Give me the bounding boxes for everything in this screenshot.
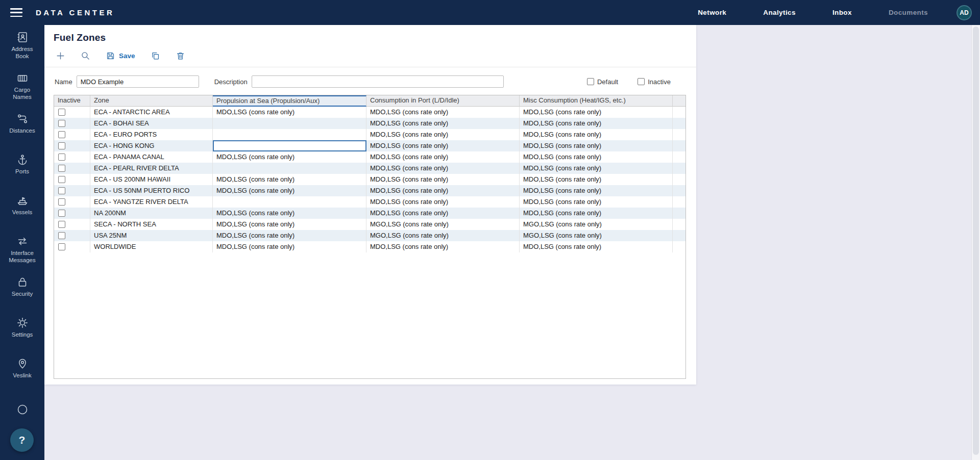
sidebar-item-more[interactable]: [0, 403, 44, 422]
cell-misc-consumption[interactable]: MDO,LSG (cons rate only): [520, 129, 673, 140]
default-checkbox[interactable]: [587, 78, 594, 85]
row-inactive-checkbox[interactable]: [58, 232, 65, 239]
cell-propulsion-at-sea[interactable]: MDO,LSG (cons rate only): [213, 230, 366, 241]
cell-zone[interactable]: ECA - BOHAI SEA: [90, 118, 213, 129]
description-input[interactable]: [252, 75, 504, 88]
cell-misc-consumption[interactable]: MDO,LSG (cons rate only): [520, 185, 673, 196]
hamburger-menu-button[interactable]: [10, 8, 22, 17]
cell-zone[interactable]: ECA - HONG KONG: [90, 140, 213, 151]
scrollbar-track[interactable]: [971, 25, 980, 460]
row-inactive-checkbox[interactable]: [58, 176, 65, 183]
cell-consumption-in-port[interactable]: MDO,LSG (cons rate only): [366, 118, 520, 129]
cell-misc-consumption[interactable]: MDO,LSG (cons rate only): [520, 118, 673, 129]
cell-consumption-in-port[interactable]: MGO,LSG (cons rate only): [366, 230, 520, 241]
column-header-inactive[interactable]: Inactive: [54, 95, 90, 107]
cell-propulsion-at-sea[interactable]: MDO,LSG (cons rate only): [213, 208, 366, 219]
sidebar-item-distances[interactable]: Distances: [0, 107, 44, 147]
cell-propulsion-at-sea[interactable]: [213, 129, 366, 140]
cell-zone[interactable]: ECA - EURO PORTS: [90, 129, 213, 140]
cell-misc-consumption[interactable]: MDO,LSG (cons rate only): [520, 241, 673, 252]
cell-zone[interactable]: NA 200NM: [90, 208, 213, 219]
row-inactive-checkbox[interactable]: [58, 165, 65, 172]
avatar[interactable]: AD: [957, 5, 972, 20]
cell-consumption-in-port[interactable]: MDO,LSG (cons rate only): [366, 241, 520, 252]
cell-zone[interactable]: ECA - YANGTZE RIVER DELTA: [90, 196, 213, 208]
row-inactive-checkbox[interactable]: [58, 142, 65, 149]
cell-zone[interactable]: ECA - PANAMA CANAL: [90, 151, 213, 163]
cell-misc-consumption[interactable]: MGO,LSG (cons rate only): [520, 230, 673, 241]
row-inactive-checkbox[interactable]: [58, 154, 65, 161]
cell-zone[interactable]: SECA - NORTH SEA: [90, 219, 213, 230]
save-button[interactable]: Save: [101, 48, 140, 63]
cell-misc-consumption[interactable]: MDO,LSG (cons rate only): [520, 208, 673, 219]
row-inactive-checkbox[interactable]: [58, 109, 65, 116]
nav-item-analytics[interactable]: Analytics: [763, 9, 796, 16]
cell-propulsion-at-sea[interactable]: MDO,LSG (cons rate only): [213, 174, 366, 185]
scrollbar-thumb[interactable]: [973, 27, 979, 455]
column-header-propulsion-at-sea-propulsion-aux[interactable]: Propulsion at Sea (Propulsion/Aux): [213, 95, 366, 107]
inactive-checkbox[interactable]: [638, 78, 645, 85]
cell-misc-consumption[interactable]: MGO,LSG (cons rate only): [520, 219, 673, 230]
cell-misc-consumption[interactable]: MDO,LSG (cons rate only): [520, 163, 673, 174]
cell-consumption-in-port[interactable]: MDO,LSG (cons rate only): [366, 151, 520, 163]
cell-zone[interactable]: ECA - US 200NM HAWAII: [90, 174, 213, 185]
row-inactive-checkbox[interactable]: [58, 210, 65, 217]
cell-consumption-in-port[interactable]: MGO,LSG (cons rate only): [366, 219, 520, 230]
sidebar-item-settings[interactable]: Settings: [0, 311, 44, 351]
cell-inactive: [54, 174, 90, 185]
cell-zone[interactable]: ECA - US 50NM PUERTO RICO: [90, 185, 213, 196]
nav-item-documents[interactable]: Documents: [889, 9, 928, 16]
cell-zone[interactable]: USA 25NM: [90, 230, 213, 241]
cell-misc-consumption[interactable]: MDO,LSG (cons rate only): [520, 151, 673, 163]
column-header-misc-consumption-heat-igs-etc[interactable]: Misc Consumption (Heat/IGS, etc.): [520, 95, 673, 107]
add-button[interactable]: [51, 48, 70, 63]
sidebar-item-ports[interactable]: Ports: [0, 147, 44, 188]
cell-propulsion-at-sea[interactable]: MDO,LSG (cons rate only): [213, 107, 366, 118]
sidebar-item-address-book[interactable]: Address Book: [0, 25, 44, 66]
sidebar-item-veslink[interactable]: Veslink: [0, 351, 44, 392]
cell-misc-consumption[interactable]: MDO,LSG (cons rate only): [520, 196, 673, 208]
cell-misc-consumption[interactable]: MDO,LSG (cons rate only): [520, 140, 673, 151]
column-header-zone[interactable]: Zone: [90, 95, 213, 107]
search-button[interactable]: [76, 48, 95, 63]
nav-item-inbox[interactable]: Inbox: [832, 9, 852, 16]
nav-item-network[interactable]: Network: [698, 9, 726, 16]
column-header-consumption-in-port-l-d-idle[interactable]: Consumption in Port (L/D/Idle): [366, 95, 520, 107]
row-inactive-checkbox[interactable]: [58, 198, 65, 206]
sidebar-item-interface-messages[interactable]: Interface Messages: [0, 229, 44, 270]
cell-zone[interactable]: ECA - ANTARCTIC AREA: [90, 107, 213, 118]
row-inactive-checkbox[interactable]: [58, 120, 65, 127]
cell-propulsion-at-sea[interactable]: [213, 140, 366, 151]
cell-consumption-in-port[interactable]: MDO,LSG (cons rate only): [366, 196, 520, 208]
cell-consumption-in-port[interactable]: MDO,LSG (cons rate only): [366, 129, 520, 140]
cell-zone[interactable]: WORLDWIDE: [90, 241, 213, 252]
row-inactive-checkbox[interactable]: [58, 187, 65, 194]
delete-button[interactable]: [170, 48, 190, 63]
name-input[interactable]: [77, 75, 199, 88]
cell-consumption-in-port[interactable]: MDO,LSG (cons rate only): [366, 163, 520, 174]
cell-consumption-in-port[interactable]: MDO,LSG (cons rate only): [366, 174, 520, 185]
cell-consumption-in-port[interactable]: MDO,LSG (cons rate only): [366, 185, 520, 196]
cell-misc-consumption[interactable]: MDO,LSG (cons rate only): [520, 174, 673, 185]
help-button[interactable]: ?: [10, 428, 34, 452]
cell-consumption-in-port[interactable]: MDO,LSG (cons rate only): [366, 140, 520, 151]
vessels-icon: [16, 194, 29, 207]
cell-propulsion-at-sea[interactable]: [213, 163, 366, 174]
row-inactive-checkbox[interactable]: [58, 131, 65, 138]
sidebar-item-vessels[interactable]: Vessels: [0, 188, 44, 229]
cell-propulsion-at-sea[interactable]: MDO,LSG (cons rate only): [213, 151, 366, 163]
row-inactive-checkbox[interactable]: [58, 243, 65, 250]
cell-consumption-in-port[interactable]: MDO,LSG (cons rate only): [366, 208, 520, 219]
row-inactive-checkbox[interactable]: [58, 221, 65, 228]
sidebar-item-cargo-names[interactable]: Cargo Names: [0, 66, 44, 107]
cell-propulsion-at-sea[interactable]: MDO,LSG (cons rate only): [213, 185, 366, 196]
sidebar-item-security[interactable]: Security: [0, 270, 44, 311]
cell-zone[interactable]: ECA - PEARL RIVER DELTA: [90, 163, 213, 174]
cell-propulsion-at-sea[interactable]: [213, 196, 366, 208]
cell-propulsion-at-sea[interactable]: MDO,LSG (cons rate only): [213, 241, 366, 252]
cell-propulsion-at-sea[interactable]: [213, 118, 366, 129]
cell-misc-consumption[interactable]: MDO,LSG (cons rate only): [520, 107, 673, 118]
copy-button[interactable]: [145, 48, 165, 63]
cell-propulsion-at-sea[interactable]: MDO,LSG (cons rate only): [213, 219, 366, 230]
cell-consumption-in-port[interactable]: MDO,LSG (cons rate only): [366, 107, 520, 118]
